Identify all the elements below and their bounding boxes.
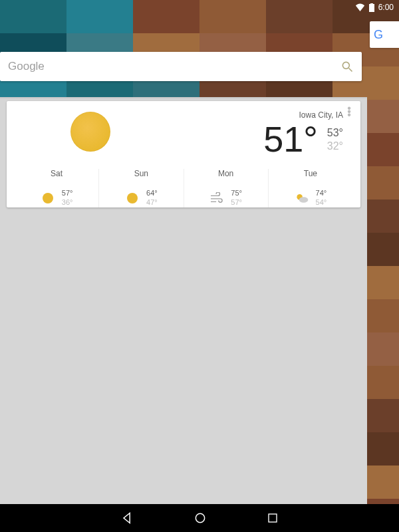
- sun-icon: [70, 112, 110, 152]
- forecast-high: 74°: [316, 189, 327, 198]
- forecast-day[interactable]: Tue 74° 54°: [268, 169, 352, 207]
- panel-header-wallpaper: Google: [0, 0, 367, 97]
- forecast-day[interactable]: Mon 75° 57°: [184, 169, 268, 207]
- status-time: 6:00: [378, 3, 394, 12]
- forecast-day-label: Mon: [218, 169, 233, 178]
- weather-location: Iowa City, IA: [299, 110, 343, 120]
- search-panel-peek[interactable]: G: [370, 21, 399, 48]
- back-button[interactable]: [120, 511, 134, 525]
- screen: 6:00 G Google •••: [0, 0, 399, 532]
- svg-point-0: [342, 62, 349, 68]
- forecast-row: Sat 57° 36° Sun: [15, 169, 352, 207]
- svg-line-1: [349, 68, 352, 72]
- google-g-letter: G: [374, 28, 383, 42]
- svg-rect-5: [269, 514, 277, 522]
- forecast-high: 57°: [62, 189, 73, 198]
- current-temperature: 51°: [263, 121, 318, 157]
- forecast-high: 64°: [146, 189, 158, 198]
- battery-icon: [369, 3, 374, 12]
- forecast-day[interactable]: Sun 64° 47°: [98, 169, 183, 207]
- svg-point-3: [299, 197, 308, 202]
- navigation-bar: [0, 504, 399, 532]
- now-panel: Google ••• Iowa City, IA: [0, 0, 367, 504]
- wind-icon: [209, 191, 224, 205]
- today-low: 32°: [327, 140, 343, 153]
- forecast-day-label: Tue: [304, 169, 317, 178]
- forecast-low: 47°: [146, 198, 158, 207]
- search-bar[interactable]: Google: [0, 52, 362, 81]
- svg-point-4: [196, 513, 204, 522]
- forecast-day-label: Sat: [51, 169, 63, 178]
- search-placeholder: Google: [8, 60, 340, 73]
- forecast-high: 75°: [231, 189, 242, 198]
- overflow-menu-icon[interactable]: •••: [343, 106, 355, 118]
- partly-cloudy-icon: [295, 191, 309, 205]
- today-high: 53°: [327, 126, 343, 140]
- home-button[interactable]: [194, 511, 207, 525]
- cards-area[interactable]: ••• Iowa City, IA 51° 53° 32°: [0, 97, 367, 504]
- sun-icon: [125, 191, 140, 205]
- forecast-low: 57°: [231, 198, 242, 207]
- forecast-day[interactable]: Sat 57° 36°: [15, 169, 98, 207]
- recents-button[interactable]: [267, 512, 279, 524]
- forecast-low: 36°: [62, 198, 73, 207]
- weather-card[interactable]: ••• Iowa City, IA 51° 53° 32°: [7, 101, 360, 207]
- sun-icon: [41, 191, 55, 205]
- forecast-low: 54°: [316, 198, 327, 207]
- forecast-day-label: Sun: [134, 169, 148, 178]
- search-icon: [340, 60, 354, 73]
